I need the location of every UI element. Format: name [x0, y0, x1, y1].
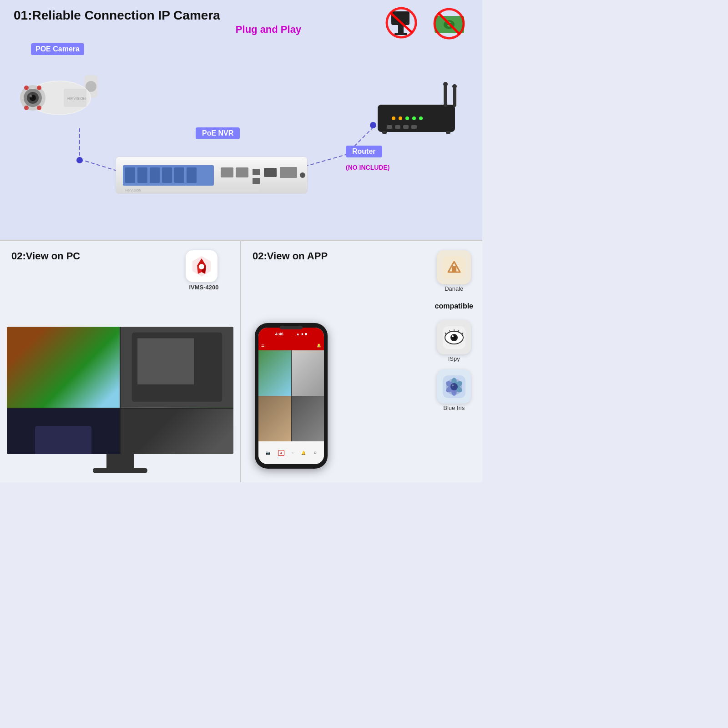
phone-status-bar: 4:46 ▲ ● ■: [258, 328, 324, 340]
monitor-quad-4: [121, 409, 233, 454]
svg-point-90: [452, 384, 454, 386]
no-include-label: (NO INCLUDE): [346, 164, 389, 171]
compatible-label: compatible: [435, 302, 473, 310]
svg-point-18: [30, 95, 32, 97]
blue-iris-logo: [443, 375, 465, 398]
svg-point-68: [199, 264, 204, 269]
ivms-label: iVMS-4200: [186, 284, 222, 291]
phone-cell-4: [292, 396, 324, 442]
danale-label: Danale: [437, 285, 471, 292]
svg-point-29: [76, 157, 83, 163]
phone-video-grid: [258, 350, 324, 441]
router-image: [369, 82, 469, 146]
no-include-icons: $: [382, 5, 469, 43]
svg-point-21: [24, 106, 29, 110]
monitor-stand: [106, 454, 134, 468]
svg-point-41: [419, 116, 423, 120]
danale-area: Danale: [437, 250, 471, 292]
blue-iris-area: Blue Iris: [437, 369, 471, 411]
svg-text:HIKVISION: HIKVISION: [67, 96, 86, 101]
ispy-label: ISpy: [437, 355, 471, 362]
svg-rect-58: [236, 167, 248, 177]
quad2-content: [121, 327, 233, 408]
blue-iris-label: Blue Iris: [437, 404, 471, 411]
no-money-icon: $: [430, 5, 469, 43]
svg-point-40: [412, 116, 416, 120]
svg-rect-47: [446, 131, 450, 134]
svg-rect-52: [137, 167, 147, 183]
no-power-icon: [382, 5, 421, 43]
svg-point-63: [300, 172, 305, 178]
svg-rect-64: [123, 188, 259, 192]
svg-point-36: [452, 84, 457, 89]
svg-rect-57: [221, 167, 233, 177]
ispy-logo: [443, 326, 465, 349]
router-svg: [369, 82, 469, 143]
svg-rect-53: [150, 167, 160, 183]
svg-rect-56: [187, 167, 197, 183]
danale-logo: [443, 256, 465, 279]
svg-rect-45: [411, 125, 417, 129]
svg-rect-42: [387, 125, 392, 129]
svg-rect-44: [403, 125, 409, 129]
svg-rect-35: [453, 86, 456, 107]
top-section: 01:Reliable Connection IP Camera Plug an…: [0, 0, 482, 241]
nvr-svg: HIKVISION: [114, 152, 318, 205]
svg-point-80: [452, 335, 454, 337]
phone-area: 4:46 ▲ ● ■ ☰ 🔔: [255, 323, 328, 469]
svg-rect-59: [253, 169, 260, 175]
poe-camera-label: POE Camera: [31, 43, 84, 55]
svg-point-19: [24, 86, 29, 90]
poe-nvr-label: PoE NVR: [196, 127, 240, 139]
monitor-screen: [7, 327, 233, 454]
ispy-icon: [437, 320, 471, 354]
router-label: Router: [346, 146, 382, 157]
camera-svg: HIKVISION: [14, 61, 114, 132]
phone-screen: 4:46 ▲ ● ■ ☰ 🔔: [258, 328, 324, 464]
ivms-icon-img: [186, 250, 217, 282]
svg-rect-54: [162, 167, 172, 183]
svg-rect-73: [35, 426, 91, 454]
phone-bottom-bar: 📷 4 + 🔔 ⚙: [258, 441, 324, 464]
monitor: [7, 327, 233, 473]
svg-text:HIKVISION: HIKVISION: [125, 189, 141, 192]
monitor-quad-3: [7, 409, 120, 454]
blue-iris-icon: [437, 369, 471, 404]
phone-cell-3: [258, 396, 291, 442]
quad3-content: [7, 409, 120, 454]
phone-cell-2: [292, 350, 324, 396]
svg-rect-33: [444, 84, 447, 107]
monitor-base: [93, 468, 147, 473]
danale-icon: [437, 250, 471, 284]
svg-rect-61: [264, 168, 277, 177]
phone-cell-1: [258, 350, 291, 396]
svg-rect-43: [395, 125, 400, 129]
svg-rect-2: [394, 33, 407, 35]
ispy-area: ISpy: [437, 320, 471, 362]
bottom-right: 02:View on APP Danale compatible: [241, 241, 482, 482]
svg-point-89: [450, 383, 458, 390]
svg-point-22: [37, 106, 41, 110]
svg-point-34: [443, 82, 448, 86]
svg-rect-60: [253, 178, 260, 184]
svg-rect-71: [137, 338, 194, 384]
camera-image: HIKVISION: [14, 61, 114, 134]
ivms-icon-area: iVMS-4200: [186, 250, 222, 291]
monitor-quad-2: [121, 327, 233, 408]
svg-rect-55: [174, 167, 184, 183]
svg-point-38: [399, 116, 402, 120]
monitor-quad-1: [7, 327, 120, 408]
phone-frame: 4:46 ▲ ● ■ ☰ 🔔: [255, 323, 328, 469]
svg-point-37: [392, 116, 395, 120]
svg-rect-62: [280, 167, 297, 178]
phone-app-bar: ☰ 🔔: [258, 340, 324, 350]
nvr-device: HIKVISION: [114, 152, 318, 207]
svg-point-20: [37, 86, 41, 90]
svg-rect-51: [125, 167, 135, 183]
svg-rect-75: [452, 266, 456, 272]
bottom-section: 02:View on PC iVMS-4200: [0, 241, 482, 482]
svg-rect-46: [382, 131, 387, 134]
app-icons-right: Danale compatible: [435, 250, 473, 411]
bottom-left: 02:View on PC iVMS-4200: [0, 241, 241, 482]
svg-point-39: [405, 116, 409, 120]
